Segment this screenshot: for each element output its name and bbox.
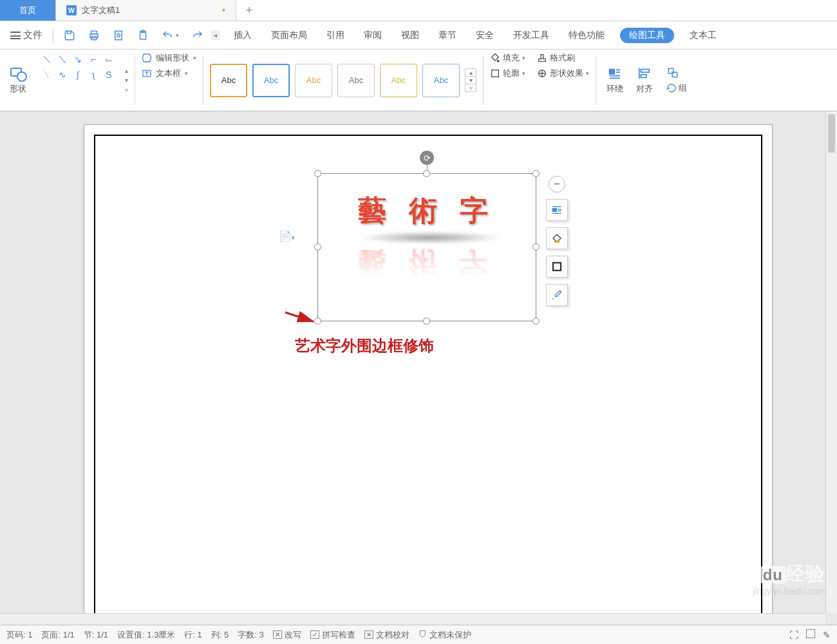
resize-handle-tm[interactable] [423, 170, 430, 177]
svg-point-5 [117, 33, 120, 37]
watermark: Baidu经验 jingyan.baidu.com [701, 561, 825, 596]
style-preset-2[interactable]: Abc [252, 64, 290, 97]
redo-button[interactable] [187, 27, 209, 44]
sb-rewrite[interactable]: ✕改写 [273, 629, 301, 641]
style-preset-6[interactable]: Abc [422, 64, 460, 97]
sb-page-no[interactable]: 页码: 1 [6, 629, 32, 641]
ribbon-tab-security[interactable]: 安全 [472, 27, 498, 44]
outline-button[interactable]: 轮廓▾ [490, 68, 525, 79]
svg-rect-19 [641, 69, 650, 72]
style-gallery-nav[interactable]: ▴▾▿ [465, 68, 476, 92]
sb-row[interactable]: 行: 1 [184, 629, 202, 641]
shape-curve2-icon[interactable]: ∿ [55, 68, 70, 82]
align-button[interactable]: 对齐 [632, 52, 657, 108]
ribbon-tab-layout[interactable]: 页面布局 [267, 27, 311, 44]
wrap-icon [607, 66, 623, 80]
fill-button[interactable]: 填充▾ [490, 52, 525, 64]
shapes-button[interactable]: 形状 [9, 66, 27, 95]
page[interactable]: 📄▾ ⟳ 藝 術 字 藝 術 字 − [84, 124, 773, 620]
fullscreen-button[interactable]: ⛶ [789, 630, 798, 640]
style-preset-4[interactable]: Abc [337, 64, 375, 97]
doc-type-icon: W [66, 5, 77, 15]
resize-handle-tr[interactable] [532, 170, 540, 177]
rotate-handle[interactable]: ⟳ [420, 151, 434, 165]
shape-curve-icon[interactable]: ﹨ [40, 68, 54, 82]
align-icon [636, 66, 653, 80]
ribbon-tab-review[interactable]: 审阅 [360, 27, 386, 44]
rotate-group-button[interactable]: 组 [662, 52, 691, 108]
style-gallery: Abc Abc Abc Abc Abc Abc ▴▾▿ [210, 52, 476, 108]
sb-col[interactable]: 列: 5 [211, 629, 229, 641]
svg-rect-11 [492, 70, 499, 77]
undo-icon [162, 30, 173, 41]
style-preset-5[interactable]: Abc [380, 64, 417, 97]
layout-options-button[interactable] [546, 199, 568, 221]
ribbon-tab-texttools[interactable]: 文本工 [686, 27, 720, 44]
outline-tool-button[interactable] [546, 256, 568, 278]
wordart-text[interactable]: 藝 術 字 [318, 192, 536, 230]
print-button[interactable] [83, 27, 105, 44]
shapes-group: 形状 [5, 52, 31, 108]
wrap-button[interactable]: 环绕 [603, 52, 627, 108]
shape-effect-button[interactable]: 形状效果▾ [537, 68, 589, 79]
shape-elbow2-icon[interactable]: ⌙ [102, 52, 116, 66]
shape-arrow-icon[interactable]: ↘ [71, 52, 85, 66]
sb-chars[interactable]: 字数: 3 [238, 629, 263, 641]
paste-button[interactable] [132, 27, 154, 44]
wordart-selection[interactable]: ⟳ 藝 術 字 藝 術 字 [317, 173, 536, 321]
shape-gallery[interactable]: ＼ ＼ ↘ ⌐ ⌙ ﹨ ∿ ∫ ʅ S [40, 52, 116, 108]
svg-point-10 [497, 60, 499, 62]
collapse-button[interactable]: − [549, 176, 565, 193]
shape-elbow-icon[interactable]: ⌐ [86, 52, 100, 66]
ribbon-tab-features[interactable]: 特色功能 [565, 27, 608, 44]
ribbon-tab-view[interactable]: 视图 [397, 27, 423, 44]
tab-add-button[interactable]: + [236, 0, 262, 21]
ribbon-tab-drawingtools[interactable]: 绘图工具 [620, 28, 674, 43]
resize-handle-bm[interactable] [423, 317, 430, 325]
sb-protect[interactable]: ⛉文档未保护 [418, 629, 471, 641]
edit-mode-button[interactable]: ✎ [823, 630, 831, 640]
shape-s-icon[interactable]: S [102, 68, 116, 82]
undo-button[interactable]: ▾ [156, 27, 184, 44]
shape-line-icon[interactable]: ＼ [40, 52, 54, 66]
hamburger-icon [10, 32, 21, 39]
sb-proofread[interactable]: ✕文档校对 [364, 629, 409, 641]
textbox-button[interactable]: 文本框▾ [142, 68, 196, 79]
print-preview-button[interactable] [108, 27, 129, 44]
sb-spellcheck[interactable]: ✓拼写检查 [310, 629, 355, 641]
quick-overflow[interactable]: ◂ [211, 30, 220, 40]
resize-handle-tl[interactable] [314, 170, 321, 177]
ribbon-tab-developer[interactable]: 开发工具 [509, 27, 553, 44]
shape-gallery-nav[interactable]: ▴▾▿ [125, 52, 128, 108]
ribbon-tab-insert[interactable]: 插入 [230, 27, 256, 44]
horizontal-scrollbar[interactable] [0, 613, 825, 625]
sb-page[interactable]: 页面: 1/1 [41, 629, 74, 641]
save-button[interactable] [59, 27, 80, 44]
shapes-label: 形状 [10, 83, 26, 95]
sb-section[interactable]: 节: 1/1 [84, 629, 108, 641]
tab-home[interactable]: 首页 [0, 0, 56, 21]
status-bar: 页码: 1 页面: 1/1 节: 1/1 设置值: 1.3厘米 行: 1 列: … [0, 625, 837, 644]
shape-curve4-icon[interactable]: ʅ [86, 68, 100, 82]
file-menu[interactable]: 文件 [5, 26, 48, 44]
ribbon-tab-sections[interactable]: 章节 [435, 27, 460, 44]
scroll-thumb[interactable] [828, 114, 835, 153]
vertical-scrollbar[interactable] [825, 111, 837, 613]
edit-shape-button[interactable]: 编辑形状▾ [142, 52, 196, 64]
check-icon: ✓ [310, 630, 319, 639]
fill-tool-button[interactable] [546, 227, 568, 249]
eyedropper-button[interactable] [546, 284, 568, 306]
tab-document[interactable]: W 文字文稿1 • [56, 0, 236, 21]
ribbon-tab-references[interactable]: 引用 [323, 27, 348, 44]
shape-curve3-icon[interactable]: ∫ [71, 68, 85, 82]
svg-rect-29 [553, 263, 561, 270]
square-icon [551, 261, 563, 272]
shapes-icon [9, 66, 27, 82]
resize-handle-br[interactable] [532, 317, 540, 325]
sb-setvalue[interactable]: 设置值: 1.3厘米 [117, 629, 175, 641]
style-preset-3[interactable]: Abc [295, 64, 332, 97]
format-painter-button[interactable]: 格式刷 [537, 52, 575, 64]
style-preset-1[interactable]: Abc [210, 64, 247, 97]
shape-line2-icon[interactable]: ＼ [55, 52, 70, 66]
view-mode-button[interactable] [806, 629, 815, 640]
